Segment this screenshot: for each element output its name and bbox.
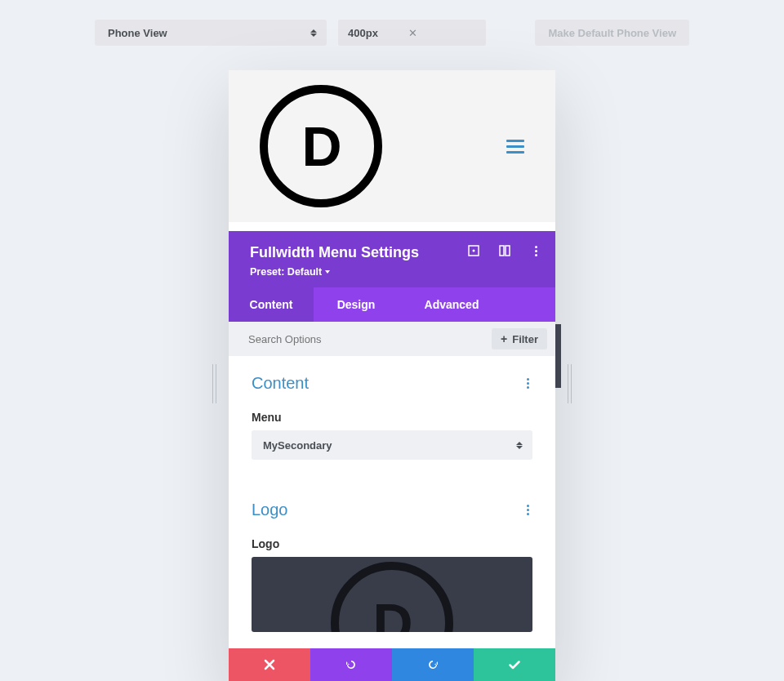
filter-button[interactable]: + Filter — [492, 328, 547, 349]
settings-panel: Fullwidth Menu Settings Preset: Default — [229, 231, 555, 681]
save-button[interactable] — [474, 648, 555, 681]
chevron-sort-icon — [310, 29, 317, 37]
height-input[interactable] — [422, 20, 486, 46]
section-logo-title[interactable]: Logo — [252, 501, 288, 519]
panel-header: Fullwidth Menu Settings Preset: Default — [229, 231, 555, 287]
panel-body: Content Menu MySecondary Logo Logo D — [229, 356, 555, 648]
phone-preview: D Fullwidth Menu Settings Preset: Defaul… — [229, 70, 555, 681]
plus-icon: + — [501, 332, 507, 345]
site-header: D — [229, 70, 555, 222]
top-toolbar: Phone View ✕ Make Default Phone View — [0, 0, 784, 46]
logo-letter: D — [301, 114, 340, 178]
site-logo: D — [260, 85, 382, 207]
more-icon[interactable] — [529, 244, 542, 257]
make-default-button[interactable]: Make Default Phone View — [535, 20, 689, 46]
chevron-sort-icon — [516, 442, 523, 449]
snap-icon[interactable] — [498, 244, 511, 257]
panel-search-bar: + Filter — [229, 322, 555, 356]
tab-advanced[interactable]: Advanced — [399, 287, 505, 322]
tab-design[interactable]: Design — [314, 287, 399, 322]
logo-upload-preview[interactable]: D — [252, 557, 532, 632]
menu-field-label: Menu — [252, 411, 532, 424]
scrollbar-thumb[interactable] — [555, 324, 561, 388]
expand-icon[interactable] — [467, 244, 480, 257]
svg-rect-3 — [506, 246, 510, 256]
width-input[interactable] — [338, 20, 403, 46]
logo-preview-image: D — [331, 562, 453, 632]
svg-point-1 — [473, 250, 475, 252]
panel-tabs: Content Design Advanced — [229, 287, 555, 322]
resize-handle-left[interactable] — [212, 364, 216, 403]
section-content-header: Content — [252, 356, 532, 399]
svg-rect-2 — [500, 246, 504, 256]
hamburger-menu-icon[interactable] — [506, 140, 524, 154]
dimension-inputs: ✕ — [338, 20, 486, 46]
section-content-title[interactable]: Content — [252, 374, 309, 393]
menu-select[interactable]: MySecondary — [252, 430, 532, 460]
preset-selector[interactable]: Preset: Default — [250, 266, 539, 278]
times-icon: ✕ — [403, 27, 422, 39]
panel-footer — [229, 648, 555, 681]
logo-field-label: Logo — [252, 537, 532, 550]
caret-down-icon — [325, 270, 330, 274]
view-mode-select[interactable]: Phone View — [95, 20, 327, 46]
view-mode-value: Phone View — [108, 27, 167, 39]
redo-button[interactable] — [392, 648, 474, 681]
section-logo-more-icon[interactable] — [523, 501, 532, 519]
section-logo-header: Logo — [252, 483, 532, 526]
tab-content[interactable]: Content — [229, 287, 314, 322]
resize-handle-right[interactable] — [568, 364, 572, 403]
section-content-more-icon[interactable] — [523, 375, 532, 392]
preview-stage: D Fullwidth Menu Settings Preset: Defaul… — [229, 70, 555, 681]
cancel-button[interactable] — [229, 648, 310, 681]
undo-button[interactable] — [310, 648, 392, 681]
menu-select-value: MySecondary — [263, 439, 332, 452]
search-input[interactable] — [248, 333, 492, 345]
panel-header-actions — [467, 244, 542, 257]
